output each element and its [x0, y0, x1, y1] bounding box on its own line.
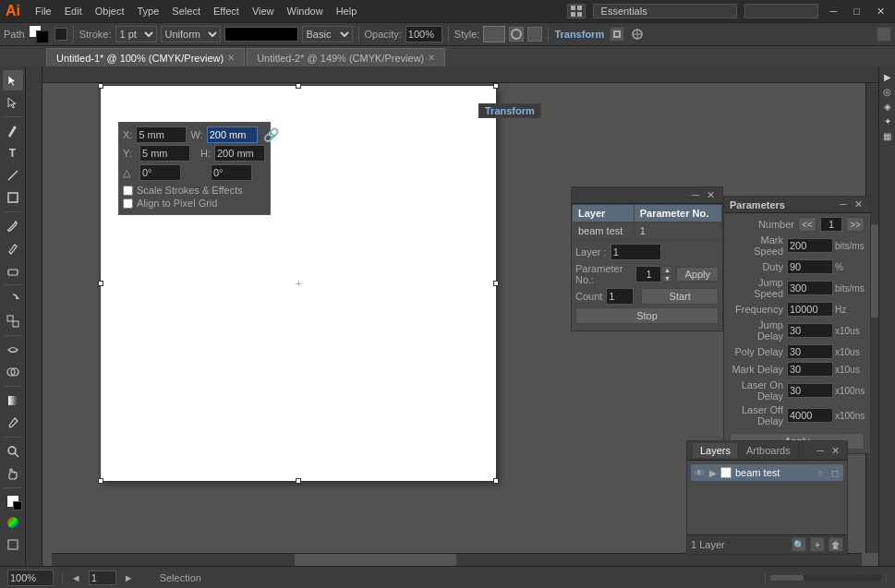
menu-object[interactable]: Object: [90, 4, 130, 18]
handle-top[interactable]: [296, 83, 301, 89]
h-input[interactable]: [214, 145, 265, 162]
transform-link[interactable]: Transform: [554, 29, 604, 40]
essentials-dropdown[interactable]: [593, 4, 737, 18]
arrow-left[interactable]: ◄: [71, 572, 81, 583]
gradient-tool[interactable]: [3, 390, 23, 411]
link-chain-icon[interactable]: 🔗: [263, 127, 279, 142]
swap-icon[interactable]: [54, 28, 67, 41]
layer-lock-icon[interactable]: ○: [814, 466, 827, 479]
scrollbar-horizontal[interactable]: [52, 553, 862, 566]
layer-input[interactable]: [611, 244, 661, 260]
new-layer-button[interactable]: +: [810, 537, 825, 552]
menu-help[interactable]: Help: [331, 4, 363, 18]
start-button[interactable]: Start: [641, 288, 719, 305]
layers-panel-minimize[interactable]: ─: [815, 445, 826, 457]
line-tool[interactable]: [3, 165, 23, 186]
menu-select[interactable]: Select: [166, 4, 206, 18]
next-button[interactable]: >>: [846, 217, 865, 232]
warp-tool[interactable]: [3, 340, 23, 360]
anchor-icon[interactable]: [610, 27, 624, 42]
layers-panel-header[interactable]: Layers Artboards ─ ✕: [687, 441, 847, 461]
x-input[interactable]: [136, 126, 187, 143]
laser-off-input[interactable]: [787, 408, 833, 423]
menu-edit[interactable]: Edit: [59, 4, 88, 18]
layer-target-icon[interactable]: ◻: [828, 466, 841, 479]
scale-tool[interactable]: [3, 311, 23, 331]
param-apply-button[interactable]: Apply: [676, 267, 719, 282]
number-input[interactable]: [820, 217, 842, 232]
shape-tool[interactable]: [3, 187, 23, 208]
spin-down-button[interactable]: ▼: [661, 274, 672, 282]
menu-window[interactable]: Window: [282, 4, 329, 18]
visibility-icon[interactable]: 👁: [693, 466, 706, 479]
arrow-right[interactable]: ►: [124, 572, 134, 583]
params-panel-minimize[interactable]: ─: [838, 198, 849, 210]
close-button[interactable]: ✕: [872, 6, 889, 18]
opacity-input[interactable]: [405, 26, 442, 42]
handle-top-left[interactable]: [98, 83, 103, 89]
params-panel-header[interactable]: Parameters ─ ✕: [724, 197, 870, 213]
screen-mode[interactable]: [3, 534, 23, 555]
menu-effect[interactable]: Effect: [208, 4, 245, 18]
layer-search-button[interactable]: 🔍: [792, 537, 806, 552]
panel-btn-5[interactable]: ▦: [881, 129, 894, 142]
laser-panel-close[interactable]: ✕: [705, 189, 717, 201]
style-option2[interactable]: [527, 27, 542, 42]
frequency-input[interactable]: [787, 302, 833, 317]
direct-selection-tool[interactable]: [3, 92, 23, 113]
tab-untitled2[interactable]: Untitled-2* @ 149% (CMYK/Preview) ✕: [247, 48, 445, 66]
handle-bottom-left[interactable]: [98, 478, 103, 484]
tab2-close[interactable]: ✕: [428, 53, 435, 63]
handle-bottom[interactable]: [296, 478, 301, 484]
delete-layer-button[interactable]: 🗑: [828, 537, 843, 552]
panel-btn-1[interactable]: ▶: [881, 70, 894, 83]
tab-artboards[interactable]: Artboards: [739, 443, 799, 458]
paintbrush-tool[interactable]: [3, 216, 23, 236]
color-mode[interactable]: [3, 512, 23, 533]
page-number[interactable]: [89, 570, 116, 585]
shear-input[interactable]: [211, 164, 252, 181]
menu-file[interactable]: File: [30, 4, 57, 18]
eraser-tool[interactable]: [3, 260, 23, 281]
jump-speed-input[interactable]: [787, 281, 833, 295]
style-box[interactable]: [483, 26, 505, 42]
zoom-input[interactable]: [7, 570, 54, 586]
handle-right[interactable]: [493, 281, 499, 286]
handle-bottom-right[interactable]: [493, 478, 499, 484]
spin-up-button[interactable]: ▲: [661, 266, 672, 274]
align-pixel-checkbox[interactable]: [123, 198, 133, 209]
jump-delay-input[interactable]: [787, 323, 833, 338]
panel-btn-2[interactable]: ◎: [881, 85, 894, 98]
tab1-close[interactable]: ✕: [227, 53, 235, 63]
eyedropper-tool[interactable]: [3, 413, 23, 433]
scroll-indicator[interactable]: [770, 575, 881, 581]
layers-panel-close[interactable]: ✕: [829, 445, 841, 457]
type-tool[interactable]: T: [3, 143, 23, 163]
handle-top-right[interactable]: [493, 83, 499, 89]
count-input[interactable]: [606, 288, 634, 305]
selection-tool[interactable]: [3, 70, 23, 90]
panel-btn-4[interactable]: ✦: [881, 114, 894, 127]
y-input[interactable]: [139, 145, 190, 162]
uniform-select[interactable]: Uniform: [161, 26, 221, 42]
pen-tool[interactable]: [3, 121, 23, 141]
pencil-tool[interactable]: [3, 238, 23, 258]
transform-header[interactable]: Transform: [478, 103, 541, 118]
maximize-button[interactable]: □: [849, 6, 865, 17]
stop-button[interactable]: Stop: [575, 307, 719, 324]
layer-expand-icon[interactable]: ▶: [709, 468, 717, 478]
laser-panel-header[interactable]: ─ ✕: [572, 187, 722, 204]
link-icon[interactable]: [630, 27, 645, 42]
prev-button[interactable]: <<: [798, 217, 816, 232]
mark-speed-input[interactable]: [787, 238, 833, 253]
params-panel-close[interactable]: ✕: [853, 198, 865, 210]
hand-tool[interactable]: [3, 463, 23, 484]
zoom-tool[interactable]: [3, 441, 23, 462]
duty-input[interactable]: [787, 259, 833, 274]
w-input[interactable]: [207, 126, 258, 143]
minimize-button[interactable]: ─: [826, 6, 842, 17]
scroll-thumb-h[interactable]: [295, 554, 456, 566]
fill-stroke-box[interactable]: [29, 25, 49, 43]
handle-left[interactable]: [98, 281, 103, 286]
tab-layers[interactable]: Layers: [693, 443, 739, 458]
